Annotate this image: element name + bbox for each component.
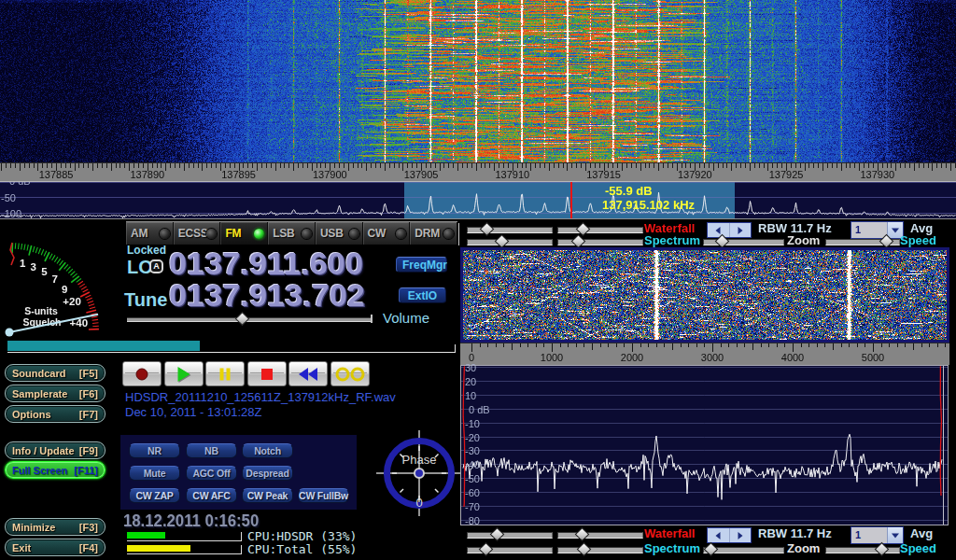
side-button-label: Exit — [12, 542, 31, 553]
side-button-options[interactable]: Options[F7] — [5, 405, 105, 423]
mode-button-cw[interactable]: CW — [363, 222, 411, 245]
dsp-button-cw-zap[interactable]: CW ZAP — [129, 488, 180, 503]
cpu-total-meter — [127, 545, 242, 554]
avg-combo[interactable]: 1 — [851, 221, 904, 239]
lo-auto-badge[interactable]: A — [149, 259, 163, 273]
speed-track[interactable] — [825, 547, 900, 553]
side-button-exit[interactable]: Exit[F4] — [5, 539, 105, 556]
chevron-down-icon — [892, 533, 899, 538]
play-icon — [177, 367, 190, 382]
left-arrow-icon — [716, 532, 721, 539]
side-button-info-update[interactable]: Info / Update[F9] — [5, 441, 105, 459]
dsp-button-panel: NRNBNotchMuteAGC OffDespreadCW ZAPCW AFC… — [120, 435, 357, 510]
side-button-label: Samplerate — [12, 388, 67, 399]
zoom-thumb[interactable] — [704, 542, 719, 557]
sp-brightness-track[interactable] — [557, 239, 643, 245]
pause-button[interactable] — [205, 361, 245, 386]
record-button[interactable] — [122, 361, 162, 386]
mode-button-fm[interactable]: FM — [220, 222, 268, 245]
af-waterfall-display[interactable] — [463, 250, 947, 340]
rbw-decrease[interactable] — [708, 528, 730, 542]
dsp-button-cw-fullbw[interactable]: CW FullBw — [298, 488, 349, 503]
tune-frequency-value[interactable]: 0137.913.702 — [169, 282, 365, 310]
mode-label: FM — [220, 227, 241, 240]
rf-waterfall-display[interactable] — [0, 0, 956, 162]
rf-frequency-scale[interactable] — [0, 162, 956, 181]
mode-button-am[interactable]: AM — [126, 222, 174, 245]
af-frequency-scale[interactable] — [460, 343, 949, 365]
panel-divider — [458, 223, 459, 245]
mode-led-off — [206, 229, 217, 239]
pause-icon — [220, 368, 231, 380]
mode-label: CW — [363, 227, 387, 240]
af-db-label: -50 — [465, 474, 480, 484]
freqmgr-button[interactable]: FreqMgr — [396, 257, 447, 273]
sp-contrast-track[interactable] — [467, 239, 553, 245]
sp-contrast-thumb[interactable] — [495, 234, 510, 249]
spectrum-label: Spectrum — [644, 234, 700, 246]
side-button-label: Info / Update — [12, 445, 75, 456]
wf-brightness-track[interactable] — [557, 227, 643, 233]
dsp-button-cw-afc[interactable]: CW AFC — [186, 488, 237, 503]
play-button[interactable] — [164, 361, 204, 386]
wf-contrast-thumb[interactable] — [480, 222, 495, 237]
dsp-button-cw-peak[interactable]: CW Peak — [242, 488, 293, 503]
sp-brightness-track[interactable] — [557, 547, 643, 553]
dsp-button-mute[interactable]: Mute — [129, 466, 180, 481]
side-button-minimize[interactable]: Minimize[F3] — [5, 518, 105, 536]
avg-combo[interactable]: 1 — [851, 526, 904, 544]
svg-text:3: 3 — [30, 261, 35, 273]
locked-label: Locked — [127, 245, 166, 256]
rf-tune-marker[interactable] — [570, 182, 572, 218]
s-meter: 13579+20+40S-unitsSquelch — [0, 224, 117, 343]
svg-text:9: 9 — [62, 284, 67, 295]
mode-button-drm[interactable]: DRM — [410, 222, 457, 245]
rbw-increase[interactable] — [730, 528, 752, 542]
wf-contrast-track[interactable] — [467, 532, 553, 539]
dsp-button-notch[interactable]: Notch — [242, 443, 293, 458]
svg-text:0: 0 — [415, 496, 422, 510]
sp-brightness-thumb[interactable] — [576, 542, 591, 557]
mode-button-ecss[interactable]: ECSS — [174, 222, 221, 245]
extio-button[interactable]: ExtIO — [399, 287, 446, 303]
dsp-button-nb[interactable]: NB — [186, 443, 237, 458]
side-button-full-screen[interactable]: Full Screen[F11] — [5, 461, 105, 479]
speed-thumb[interactable] — [875, 542, 890, 557]
sp-contrast-thumb[interactable] — [479, 542, 494, 557]
stop-button[interactable] — [247, 361, 287, 386]
playback-progress-track — [7, 352, 456, 353]
loop-button[interactable] — [330, 361, 370, 386]
rbw-decrease[interactable] — [708, 223, 730, 237]
rbw-increase[interactable] — [730, 223, 752, 237]
rf-spectrum-display[interactable]: 0 dB-50-100 -55.9 dB 137,915.102 kHz — [0, 181, 956, 219]
mode-button-usb[interactable]: USB — [316, 222, 363, 245]
rbw-spinner[interactable] — [707, 222, 752, 238]
side-button-fkey: [F11] — [74, 465, 98, 476]
side-button-fkey: [F9] — [79, 445, 98, 456]
lo-frequency-value[interactable]: 0137.911.600 — [169, 250, 363, 278]
dsp-button-nr[interactable]: NR — [129, 443, 180, 458]
wf-contrast-thumb[interactable] — [489, 527, 504, 542]
volume-slider-thumb[interactable] — [234, 312, 249, 327]
side-button-samplerate[interactable]: Samplerate[F6] — [5, 385, 105, 402]
rewind-button[interactable] — [288, 361, 328, 386]
side-button-soundcard[interactable]: Soundcard[F5] — [5, 364, 105, 382]
af-db-label: -10 — [465, 419, 480, 429]
dsp-button-despread[interactable]: Despread — [242, 466, 293, 481]
sp-brightness-thumb[interactable] — [571, 234, 586, 249]
af-db-label: -30 — [465, 446, 480, 456]
wf-brightness-track[interactable] — [557, 532, 643, 539]
dsp-button-agc-off[interactable]: AGC Off — [186, 466, 237, 481]
speed-label: Speed — [900, 542, 936, 554]
mode-button-lsb[interactable]: LSB — [268, 222, 316, 245]
avg-combo-value: 1 — [855, 529, 861, 540]
phase-dial[interactable]: Phase0 — [376, 430, 462, 516]
mode-led-on — [254, 229, 264, 239]
side-button-label: Options — [12, 409, 51, 420]
af-db-label: -20 — [465, 433, 480, 443]
cpu-hdsdr-text: CPU:HDSDR (33%) — [247, 530, 357, 542]
playback-progress-bar[interactable] — [7, 341, 200, 351]
rbw-spinner[interactable] — [707, 527, 752, 543]
rf-spectrum-trace — [0, 182, 956, 218]
wf-brightness-thumb[interactable] — [575, 527, 590, 542]
